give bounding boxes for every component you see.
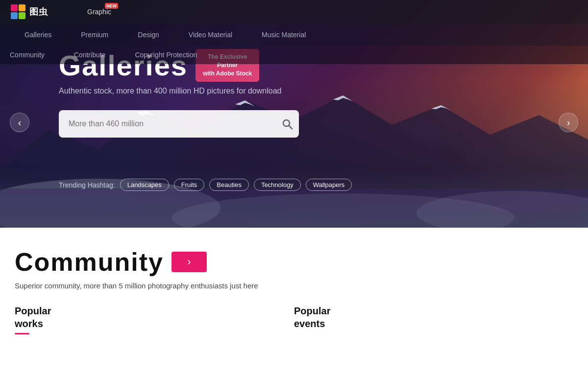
community-title-row: Community › (15, 247, 573, 277)
tag-wallpapers[interactable]: Wallpapers (306, 179, 352, 191)
sub-nav-secondary: Community Contribute Copyright Protectio… (0, 46, 588, 64)
svg-line-14 (289, 126, 293, 129)
carousel-arrow-right[interactable]: › (559, 113, 578, 132)
subnav-design[interactable]: Design (123, 24, 174, 46)
tag-beauties[interactable]: Beauties (209, 179, 249, 191)
subnav-galleries[interactable]: Galleries (10, 24, 66, 46)
community-subtitle: Superior community, more than 5 million … (15, 282, 573, 290)
svg-rect-1 (19, 4, 25, 11)
community-title: Community (15, 247, 164, 277)
popular-events-title: Popularevents (294, 305, 573, 330)
tag-technology[interactable]: Technology (254, 179, 301, 191)
subnav-music[interactable]: Music Material (247, 24, 320, 46)
subnav-contribute[interactable]: Contribute (59, 44, 121, 66)
tag-fruits[interactable]: Fruits (174, 179, 205, 191)
hero-subtitle: Authentic stock, more than 400 million H… (59, 87, 299, 95)
nav-item-graphic[interactable]: Graphic NEW (77, 0, 121, 24)
trending-row: Trending Hashtag: Landscapes Fruits Beau… (59, 179, 352, 191)
popular-works-underline (15, 333, 29, 334)
popular-events-col: Popularevents (294, 305, 573, 334)
new-badge: NEW (105, 3, 118, 9)
search-container (59, 110, 299, 138)
svg-rect-2 (11, 12, 18, 19)
logo-icon (10, 3, 26, 20)
community-columns: Popularworks Popularevents (15, 305, 573, 334)
popular-works-title: Popularworks (15, 305, 294, 330)
header-nav: Graphic NEW (77, 0, 121, 24)
svg-rect-0 (11, 4, 18, 11)
subnav-premium[interactable]: Premium (66, 24, 123, 46)
popular-works-col: Popularworks (15, 305, 294, 334)
trending-label: Trending Hashtag: (59, 181, 115, 189)
carousel-arrow-left[interactable]: ‹ (10, 113, 29, 132)
subnav-community[interactable]: Community (10, 44, 59, 66)
search-input[interactable] (59, 110, 299, 138)
community-arrow-button[interactable]: › (172, 252, 207, 272)
svg-rect-3 (19, 12, 25, 19)
subnav-copyright[interactable]: Copyright Protection (120, 44, 212, 66)
logo[interactable]: 图虫 (10, 3, 48, 20)
svg-rect-12 (0, 188, 588, 228)
community-section: Community › Superior community, more tha… (0, 228, 588, 349)
logo-text: 图虫 (29, 6, 48, 18)
tag-landscapes[interactable]: Landscapes (120, 179, 169, 191)
search-button[interactable] (281, 118, 293, 130)
sub-nav-primary: Galleries Premium Design Video Material … (0, 24, 588, 46)
subnav-video[interactable]: Video Material (174, 24, 247, 46)
header: 图虫 Graphic NEW (0, 0, 588, 24)
